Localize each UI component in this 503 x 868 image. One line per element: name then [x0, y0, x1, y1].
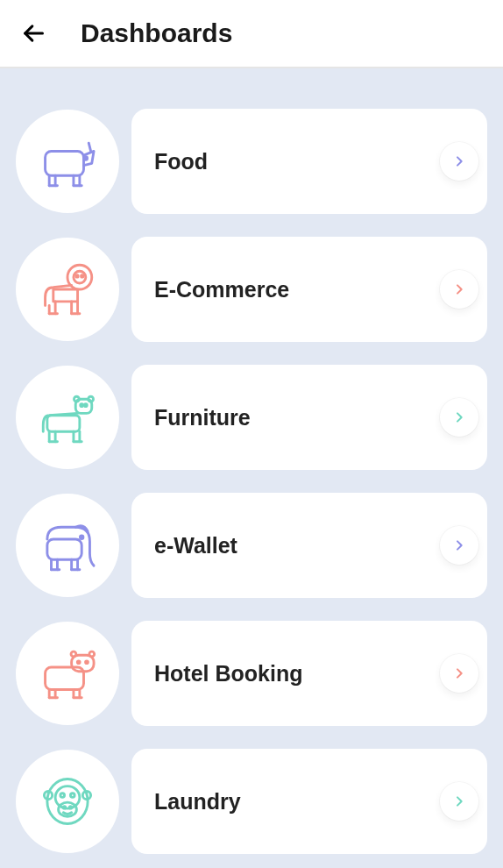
svg-point-2	[84, 157, 87, 160]
page-title: Dashboards	[81, 18, 232, 48]
avatar	[16, 750, 119, 853]
gorilla-icon	[35, 769, 100, 834]
dashboard-list: Food E-Commerce	[0, 68, 503, 854]
card-label: Food	[154, 149, 208, 174]
list-item: Laundry	[16, 749, 487, 854]
svg-point-10	[81, 275, 83, 277]
list-item: e-Wallet	[16, 493, 487, 598]
avatar	[16, 110, 119, 213]
dashboard-card-hotel[interactable]: Hotel Booking	[131, 621, 487, 726]
cheetah-icon	[35, 385, 100, 450]
card-label: Furniture	[154, 405, 251, 430]
svg-rect-26	[47, 539, 81, 559]
svg-point-16	[81, 404, 83, 407]
chevron-right-icon	[440, 526, 478, 565]
svg-point-33	[89, 651, 95, 657]
arrow-left-icon	[21, 21, 46, 46]
card-label: Hotel Booking	[154, 661, 302, 687]
avatar	[16, 238, 119, 341]
svg-point-34	[77, 661, 80, 664]
list-item: Food	[16, 109, 487, 214]
dashboard-card-furniture[interactable]: Furniture	[131, 365, 487, 470]
svg-point-44	[70, 793, 74, 798]
svg-point-17	[84, 404, 87, 407]
chevron-right-icon	[440, 142, 478, 181]
svg-rect-20	[47, 416, 80, 432]
chevron-right-icon	[440, 782, 478, 821]
svg-point-46	[63, 807, 65, 808]
svg-point-43	[60, 793, 65, 798]
dashboard-card-laundry[interactable]: Laundry	[131, 749, 487, 854]
chevron-right-icon	[440, 654, 478, 693]
list-item: E-Commerce	[16, 237, 487, 342]
dashboard-card-food[interactable]: Food	[131, 109, 487, 214]
svg-point-19	[89, 396, 94, 402]
svg-point-32	[71, 651, 76, 657]
dashboard-card-ecommerce[interactable]: E-Commerce	[131, 237, 487, 342]
card-label: e-Wallet	[154, 533, 237, 559]
avatar	[16, 622, 119, 725]
svg-rect-1	[46, 151, 84, 175]
list-item: Hotel Booking	[16, 621, 487, 726]
svg-point-25	[80, 536, 82, 538]
svg-point-18	[74, 396, 80, 402]
rhino-icon	[35, 129, 100, 194]
header: Dashboards	[0, 0, 503, 68]
elephant-icon	[35, 513, 100, 578]
list-item: Furniture	[16, 365, 487, 470]
chevron-right-icon	[440, 398, 478, 437]
svg-point-9	[76, 275, 78, 277]
back-button[interactable]	[16, 16, 51, 51]
lion-icon	[35, 257, 100, 322]
svg-point-47	[69, 807, 71, 808]
avatar	[16, 366, 119, 469]
hippo-icon	[35, 641, 100, 706]
avatar	[16, 494, 119, 597]
dashboard-card-ewallet[interactable]: e-Wallet	[131, 493, 487, 598]
card-label: Laundry	[154, 789, 241, 815]
card-label: E-Commerce	[154, 277, 289, 302]
svg-point-35	[86, 661, 89, 664]
chevron-right-icon	[440, 270, 478, 309]
